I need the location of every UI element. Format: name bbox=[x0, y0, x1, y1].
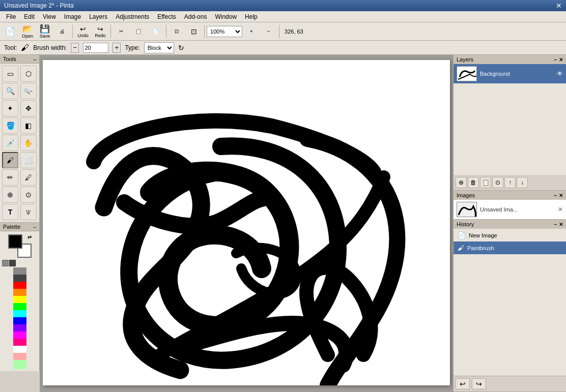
menu-item-window[interactable]: Window bbox=[211, 12, 241, 21]
menu-item-image[interactable]: Image bbox=[60, 12, 85, 21]
images-close-button[interactable]: ✕ bbox=[559, 193, 563, 198]
copy-button[interactable]: 📋 bbox=[130, 24, 147, 39]
history-paintbrush-label: Paintbrush bbox=[467, 245, 494, 251]
tool-shapes[interactable]: \|/ bbox=[20, 204, 37, 220]
tool-pan[interactable]: ✋ bbox=[20, 135, 37, 151]
canvas-container bbox=[43, 60, 450, 385]
history-toolbar: ↩ ↪ bbox=[454, 376, 566, 391]
canvas-area[interactable] bbox=[40, 55, 453, 392]
history-new-image-label: New Image bbox=[469, 232, 497, 238]
history-panel-title: History bbox=[457, 221, 474, 227]
layer-delete-button[interactable]: 🗑 bbox=[468, 177, 479, 188]
layer-visibility-icon[interactable]: 👁 bbox=[557, 70, 563, 77]
color-cell[interactable] bbox=[2, 260, 9, 266]
layer-duplicate-button[interactable]: 📋 bbox=[480, 177, 491, 188]
foreground-color[interactable] bbox=[8, 234, 22, 249]
layers-close-button[interactable]: ✕ bbox=[559, 57, 563, 63]
left-sidebar: Tools – ▭ ⬡ 🔍 🔍− ✦ ✥ 🪣 ◧ 💉 ✋ 🖌 ⬜ ✏ 🖊 ⊕ ⊙ bbox=[0, 55, 40, 392]
tool-clone-stamp[interactable]: ⊕ bbox=[2, 187, 18, 203]
resize-button[interactable]: ⊡ bbox=[168, 24, 185, 39]
save-label: Save bbox=[40, 34, 50, 39]
history-panel-header: History – ✕ bbox=[454, 220, 566, 229]
history-redo-button[interactable]: ↪ bbox=[472, 378, 486, 389]
swap-colors-button[interactable]: ⇄ bbox=[27, 234, 32, 240]
color-swatch-area: ⇄ bbox=[0, 231, 39, 371]
menu-item-addons[interactable]: Add-ons bbox=[180, 12, 211, 21]
new-button[interactable]: 📄 bbox=[2, 24, 18, 39]
coordinates: 326, 63 bbox=[281, 28, 306, 35]
menu-item-view[interactable]: View bbox=[39, 12, 60, 21]
drawing-canvas[interactable] bbox=[43, 60, 450, 385]
open-button[interactable]: 📂 Open bbox=[19, 24, 36, 39]
tool-magic-wand[interactable]: ✦ bbox=[2, 100, 18, 116]
toolbar-sep-4 bbox=[204, 25, 205, 38]
fg-bg-color-display: ⇄ bbox=[8, 234, 32, 258]
main-area: Tools – ▭ ⬡ 🔍 🔍− ✦ ✥ 🪣 ◧ 💉 ✋ 🖌 ⬜ ✏ 🖊 ⊕ ⊙ bbox=[0, 55, 566, 392]
gray-colors bbox=[2, 260, 16, 266]
zoom-out-button[interactable]: − bbox=[261, 24, 277, 39]
right-panels: Layers – ✕ Background 👁 ⊕ 🗑 bbox=[453, 55, 566, 392]
color-cell[interactable] bbox=[9, 260, 16, 266]
tool-gradient[interactable]: ◧ bbox=[20, 117, 37, 134]
zoom-select[interactable]: 100% 50% 200% bbox=[207, 26, 242, 37]
tool-color-picker[interactable]: 💉 bbox=[2, 135, 18, 151]
image-thumbnail bbox=[457, 202, 477, 217]
save-button[interactable]: 💾 Save bbox=[37, 24, 53, 39]
history-close-button[interactable]: ✕ bbox=[559, 222, 563, 227]
menu-item-file[interactable]: File bbox=[2, 12, 20, 21]
history-item-paintbrush[interactable]: 🖌 Paintbrush bbox=[454, 242, 566, 254]
titlebar-title: Unsaved Image 2* - Pinta bbox=[4, 2, 74, 9]
brush-width-input[interactable] bbox=[83, 43, 108, 53]
tool-paintbrush[interactable]: 🖌 bbox=[2, 152, 18, 168]
menu-item-adjustments[interactable]: Adjustments bbox=[111, 12, 153, 21]
brush-width-label: Brush width: bbox=[33, 44, 67, 51]
menu-item-edit[interactable]: Edit bbox=[20, 12, 39, 21]
menu-item-layers[interactable]: Layers bbox=[85, 12, 111, 21]
paste-button[interactable]: 📄 bbox=[148, 24, 164, 39]
crop-button[interactable]: ⊡ bbox=[186, 24, 202, 39]
tool-move[interactable]: ✥ bbox=[20, 100, 37, 116]
brush-width-decrease[interactable]: − bbox=[71, 43, 79, 53]
redo-button[interactable]: ↪ Redo bbox=[92, 24, 108, 39]
layers-panel-buttons: – ✕ bbox=[554, 57, 563, 63]
palette-minimize[interactable]: – bbox=[33, 224, 36, 230]
layer-add-button[interactable]: ⊕ bbox=[456, 177, 467, 188]
history-undo-button[interactable]: ↩ bbox=[456, 378, 470, 389]
print-button[interactable]: 🖨 bbox=[54, 24, 70, 39]
tool-color-pen[interactable]: 🖊 bbox=[20, 169, 37, 186]
menu-item-effects[interactable]: Effects bbox=[153, 12, 180, 21]
undo-button[interactable]: ↩ Undo bbox=[75, 24, 91, 39]
tool-select-lasso[interactable]: ⬡ bbox=[20, 66, 37, 82]
images-minimize-button[interactable]: – bbox=[554, 193, 557, 198]
brush-type-select[interactable]: Block Round Flat bbox=[144, 42, 174, 53]
color-strip[interactable] bbox=[13, 267, 26, 369]
close-button[interactable]: ✕ bbox=[556, 2, 562, 10]
layer-move-down-button[interactable]: ↓ bbox=[517, 177, 528, 188]
image-item[interactable]: Unsaved Ima... ✕ bbox=[454, 200, 566, 219]
tool-recolor[interactable]: ⊙ bbox=[20, 187, 37, 203]
image-close-button[interactable]: ✕ bbox=[558, 206, 563, 213]
tool-eraser[interactable]: ⬜ bbox=[20, 152, 37, 168]
tool-text[interactable]: T bbox=[2, 204, 18, 220]
tool-zoom[interactable]: 🔍 bbox=[2, 83, 18, 99]
history-item-new-image[interactable]: 📄 New Image bbox=[454, 229, 566, 242]
menu-item-help[interactable]: Help bbox=[241, 12, 262, 21]
tools-panel-minimize[interactable]: – bbox=[33, 56, 36, 62]
layer-item[interactable]: Background 👁 bbox=[454, 64, 566, 83]
layer-merge-button[interactable]: ⊙ bbox=[492, 177, 503, 188]
tool-zoom-select[interactable]: 🔍− bbox=[20, 83, 37, 99]
cut-button[interactable]: ✂ bbox=[113, 24, 129, 39]
layers-minimize-button[interactable]: – bbox=[554, 57, 557, 63]
tool-select-rect[interactable]: ▭ bbox=[2, 66, 18, 82]
tool-pencil[interactable]: ✏ bbox=[2, 169, 18, 186]
zoom-in-button[interactable]: + bbox=[243, 24, 260, 39]
brush-width-increase[interactable]: + bbox=[112, 43, 121, 53]
tool-paint-bucket[interactable]: 🪣 bbox=[2, 117, 18, 134]
toolbar-sep-2 bbox=[110, 25, 111, 38]
layer-move-up-button[interactable]: ↑ bbox=[504, 177, 516, 188]
history-paintbrush-icon: 🖌 bbox=[458, 244, 464, 252]
history-minimize-button[interactable]: – bbox=[554, 222, 557, 227]
toolbar-sep-1 bbox=[72, 25, 73, 38]
tools-panel-title: Tools bbox=[3, 56, 16, 62]
antialiasing-toggle[interactable]: ↻ bbox=[178, 44, 184, 52]
